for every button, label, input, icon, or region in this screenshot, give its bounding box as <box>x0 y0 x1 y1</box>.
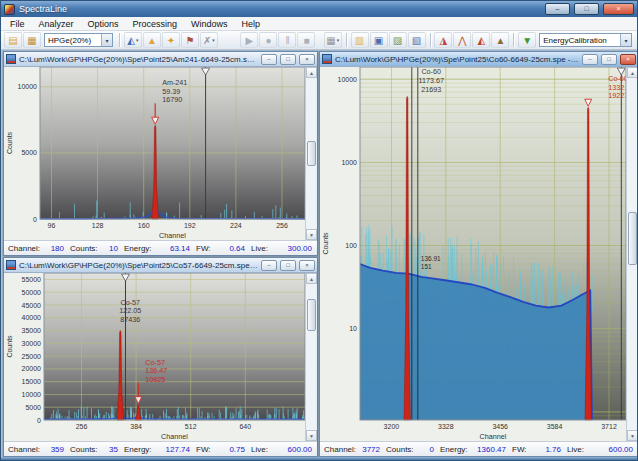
child-minimize-button[interactable]: – <box>261 54 277 65</box>
child-titlebar-co60[interactable]: C:\Lum\Work\GP\HPGe(20%)\Spe\Point25\Co6… <box>320 52 638 67</box>
child-close-button[interactable]: × <box>299 54 315 65</box>
menu-item-windows[interactable]: Windows <box>184 19 235 29</box>
acquisition-pause-icon: ‖ <box>285 35 289 46</box>
chevron-down-icon[interactable]: ▾ <box>620 34 631 46</box>
minimize-button[interactable]: – <box>545 3 570 15</box>
child-maximize-button[interactable]: □ <box>280 260 296 271</box>
close-button[interactable]: × <box>603 3 634 15</box>
menu-item-help[interactable]: Help <box>235 19 268 29</box>
status-fw-value: 1.76 <box>529 445 567 454</box>
efficiency-calibration-button[interactable]: ✦ <box>162 32 180 48</box>
svg-text:384: 384 <box>130 423 142 430</box>
tool-bar: ▤▦HPGe(20%)▾◭▾▲✦⚑✗▾▶●‖■▦▾▥▣▨▧◮⋀◭▲▼Energy… <box>1 31 637 50</box>
detector-database-button[interactable]: ▦ <box>23 32 41 48</box>
efficiency-calibration-icon: ✦ <box>167 35 175 46</box>
toolbar-separator <box>430 33 431 47</box>
menu-item-file[interactable]: File <box>3 19 32 29</box>
svg-text:87436: 87436 <box>120 315 140 324</box>
menu-item-processing[interactable]: Processing <box>126 19 185 29</box>
calibration-combo[interactable]: EnergyCalibration▾ <box>539 33 632 47</box>
menu-item-analyzer[interactable]: Analyzer <box>32 19 81 29</box>
svg-text:128: 128 <box>92 222 104 229</box>
toolbar-separator <box>119 33 120 47</box>
peak-fit-button[interactable]: ▲ <box>143 32 161 48</box>
chart-area: Co-57122.0587436Co-57136.471082525638451… <box>4 273 317 441</box>
marker-flag-icon: ⚑ <box>185 35 194 46</box>
child-titlebar-co57[interactable]: C:\Lum\Work\GP\HPGe(20%)\Spe\Point25\Co5… <box>4 258 317 273</box>
status-live-label: Live: <box>251 445 272 454</box>
status-counts-label: Counts: <box>386 445 416 454</box>
maximize-button[interactable]: □ <box>574 3 599 15</box>
child-close-button[interactable]: × <box>620 54 636 65</box>
save-spectrum-button[interactable]: ▣ <box>370 32 388 48</box>
nuclide-library-icon: ▼ <box>522 35 532 46</box>
marker-flag-button[interactable]: ⚑ <box>181 32 199 48</box>
vertical-scrollbar[interactable]: ▲▼ <box>626 67 638 441</box>
spectrum-file-icon <box>6 260 16 270</box>
scroll-thumb[interactable] <box>628 212 637 265</box>
nuclide-library-button[interactable]: ▼ <box>518 32 536 48</box>
export-image-button[interactable]: ▨ <box>389 32 407 48</box>
svg-text:1000: 1000 <box>341 159 357 166</box>
spectrum-chart-am241[interactable]: Am-24159.391679096128160192224256Channel… <box>4 67 305 240</box>
scroll-up-icon[interactable]: ▲ <box>627 67 638 78</box>
open-spectrum-button[interactable]: ▥ <box>351 32 369 48</box>
vertical-scrollbar[interactable]: ▲▼ <box>305 273 317 441</box>
child-maximize-button[interactable]: □ <box>280 54 296 65</box>
spectrum-chart-co60[interactable]: 136.91151Co-601173.6721693Co-601332.9519… <box>320 67 626 441</box>
child-minimize-button[interactable]: – <box>582 54 598 65</box>
peak-analysis-button[interactable]: ◮ <box>434 32 452 48</box>
status-channel-value: 3772 <box>358 445 386 454</box>
status-live-value: 600.00 <box>588 445 634 454</box>
import-spectrum-button[interactable]: ▧ <box>408 32 426 48</box>
acquisition-pause-button[interactable]: ‖ <box>278 32 296 48</box>
clear-results-button[interactable]: ✗▾ <box>200 32 218 48</box>
svg-text:Counts: Counts <box>6 335 13 358</box>
chevron-down-icon[interactable]: ▾ <box>101 34 112 46</box>
detector-combo[interactable]: HPGe(20%)▾ <box>44 33 113 47</box>
chart-area: 136.91151Co-601173.6721693Co-601332.9519… <box>320 67 638 441</box>
spectrum-window-am241: C:\Lum\Work\GP\HPGe(20%)\Spe\Point25\Am2… <box>3 51 318 256</box>
svg-text:5000: 5000 <box>25 404 41 411</box>
scroll-thumb[interactable] <box>307 299 316 331</box>
tile-windows-icon: ▦ <box>326 35 335 46</box>
scroll-thumb[interactable] <box>307 141 316 165</box>
svg-text:10000: 10000 <box>338 76 358 83</box>
tile-windows-button[interactable]: ▦▾ <box>324 32 342 48</box>
acquisition-record-button[interactable]: ● <box>259 32 277 48</box>
chevron-down-icon: ▾ <box>337 37 340 43</box>
scroll-down-icon[interactable]: ▼ <box>306 430 317 441</box>
acquisition-start-button[interactable]: ▶ <box>240 32 258 48</box>
activity-report-button[interactable]: ▲ <box>491 32 509 48</box>
spectrum-chart-co57[interactable]: Co-57122.0587436Co-57136.471082525638451… <box>4 273 305 441</box>
status-channel-value: 180 <box>42 244 70 253</box>
chevron-down-icon: ▾ <box>212 37 215 43</box>
peak-info-button[interactable]: ◭ <box>472 32 490 48</box>
multiplet-analysis-button[interactable]: ⋀ <box>453 32 471 48</box>
scroll-down-icon[interactable]: ▼ <box>306 229 317 240</box>
scroll-down-icon[interactable]: ▼ <box>627 430 638 441</box>
spectrum-copy-button[interactable]: ▤ <box>4 32 22 48</box>
vertical-scrollbar[interactable]: ▲▼ <box>305 67 317 240</box>
acquisition-stop-button[interactable]: ■ <box>297 32 315 48</box>
status-channel-label: Channel: <box>8 244 42 253</box>
child-maximize-button[interactable]: □ <box>601 54 617 65</box>
child-close-button[interactable]: × <box>299 260 315 271</box>
child-minimize-button[interactable]: – <box>261 260 277 271</box>
svg-text:3712: 3712 <box>601 423 617 430</box>
menu-item-options[interactable]: Options <box>81 19 126 29</box>
scroll-up-icon[interactable]: ▲ <box>306 273 317 284</box>
svg-text:10: 10 <box>349 325 357 332</box>
svg-text:15000: 15000 <box>22 378 42 385</box>
svg-text:3456: 3456 <box>492 423 508 430</box>
child-statusbar: Channel:180Counts:10Energy:63.14FW:0.64L… <box>4 240 317 255</box>
status-counts-value: 10 <box>100 244 124 253</box>
child-titlebar-am241[interactable]: C:\Lum\Work\GP\HPGe(20%)\Spe\Point25\Am2… <box>4 52 317 67</box>
svg-text:3200: 3200 <box>384 423 400 430</box>
scroll-up-icon[interactable]: ▲ <box>306 67 317 78</box>
peak-analysis-icon: ◮ <box>440 35 448 46</box>
svg-text:16790: 16790 <box>162 95 182 104</box>
peak-search-button[interactable]: ◭▾ <box>124 32 142 48</box>
chart-area: Am-24159.391679096128160192224256Channel… <box>4 67 317 240</box>
spectrum-file-icon <box>322 54 332 64</box>
